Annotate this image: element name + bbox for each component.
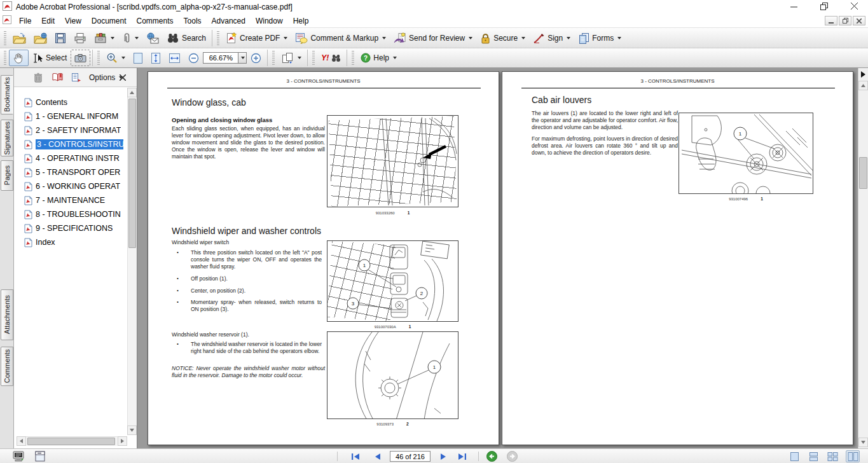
new-bookmark-button[interactable]	[70, 71, 83, 84]
document-area[interactable]: 3 - CONTROLS/INSTRUMENTS Window glass, c…	[137, 68, 858, 448]
toolbar-grip[interactable]	[217, 31, 219, 45]
zoom-level-input[interactable]: 66.67%	[203, 52, 238, 64]
hand-tool-button[interactable]	[9, 50, 29, 66]
save-button[interactable]	[51, 30, 70, 46]
snapshot-tool-button[interactable]	[71, 50, 90, 66]
attach-button[interactable]	[118, 30, 142, 46]
close-panel-button[interactable]	[116, 71, 129, 84]
zoom-level-dropdown[interactable]	[238, 52, 247, 64]
menu-tools[interactable]: Tools	[179, 15, 207, 27]
toolbar-grip[interactable]	[4, 31, 6, 45]
bookmarks-scrollbar-vertical[interactable]	[127, 88, 137, 435]
bookmark-controls-instruments[interactable]: 3 - CONTROLS/INSTRU	[24, 138, 123, 151]
doc-close-button[interactable]	[853, 16, 865, 25]
doc-minimize-button[interactable]	[825, 16, 837, 25]
minimize-button[interactable]	[784, 1, 803, 12]
bookmark-working-operations[interactable]: 6 - WORKING OPERAT	[24, 180, 120, 193]
open-button[interactable]	[9, 30, 30, 46]
yahoo-search-button[interactable]: Y!	[317, 50, 345, 66]
tab-signatures[interactable]: Signatures	[1, 120, 13, 156]
forms-button[interactable]: Forms	[574, 30, 625, 46]
scroll-up-arrow[interactable]	[858, 81, 868, 90]
single-page-layout-button[interactable]	[787, 450, 801, 462]
toolbar-grip[interactable]	[97, 51, 100, 65]
page-number-input[interactable]: 46 of 216	[390, 451, 431, 462]
tab-comments[interactable]: Comments	[1, 347, 13, 386]
select-tool-button[interactable]: Select	[29, 50, 71, 66]
open-web-button[interactable]	[30, 30, 51, 46]
expand-current-bookmark-button[interactable]	[51, 71, 64, 84]
last-page-button[interactable]	[455, 450, 469, 462]
zoom-out-button[interactable]	[184, 50, 203, 66]
create-pdf-dropdown[interactable]	[284, 37, 287, 39]
toolbar-grip[interactable]	[272, 51, 275, 65]
create-pdf-button[interactable]: Create PDF	[222, 30, 291, 46]
previous-page-button[interactable]	[370, 450, 384, 462]
email-button[interactable]	[142, 30, 163, 46]
bookmark-transport-operations[interactable]: 5 - TRANSPORT OPER	[24, 166, 120, 179]
fit-height-button[interactable]	[147, 50, 165, 66]
organizer-button[interactable]	[90, 30, 118, 46]
fit-page-button[interactable]	[129, 50, 147, 66]
scroll-down-arrow[interactable]	[858, 438, 868, 447]
toolbar-grip[interactable]	[312, 51, 315, 65]
menu-view[interactable]: View	[60, 15, 86, 27]
forms-dropdown[interactable]	[617, 37, 621, 39]
zoom-tool-dropdown[interactable]	[121, 57, 125, 59]
bookmark-troubleshooting[interactable]: 8 - TROUBLESHOOTIN	[24, 208, 121, 221]
attach-dropdown[interactable]	[135, 37, 139, 39]
bookmark-general-information[interactable]: 1 - GENERAL INFORM	[24, 110, 118, 123]
hide-pane-button[interactable]	[858, 69, 867, 79]
restore-button[interactable]	[815, 1, 834, 12]
scroll-right-arrow[interactable]	[118, 436, 127, 446]
organizer-dropdown[interactable]	[111, 37, 114, 39]
bookmark-contents[interactable]: Contents	[24, 96, 67, 109]
sign-button[interactable]: Sign	[529, 30, 574, 46]
scroll-down-arrow[interactable]	[127, 425, 137, 435]
toolbar-grip[interactable]	[4, 51, 6, 65]
tab-pages[interactable]: Pages	[1, 160, 13, 191]
search-button[interactable]: Search	[163, 30, 210, 46]
scroll-up-arrow[interactable]	[127, 88, 137, 97]
bookmarks-scrollbar-horizontal[interactable]	[17, 436, 127, 446]
menu-comments[interactable]: Comments	[132, 15, 179, 27]
menu-edit[interactable]: Edit	[36, 15, 60, 27]
comment-markup-button[interactable]: Comment & Markup	[291, 30, 390, 46]
scrollbar-thumb[interactable]	[128, 99, 136, 248]
scroll-left-arrow[interactable]	[17, 436, 26, 446]
zoom-in-button[interactable]	[247, 50, 265, 66]
send-review-dropdown[interactable]	[469, 37, 472, 39]
sign-dropdown[interactable]	[567, 37, 570, 39]
print-button[interactable]	[70, 30, 90, 46]
document-scrollbar[interactable]	[858, 68, 868, 448]
page-display-button[interactable]	[277, 50, 305, 66]
next-view-button[interactable]	[505, 450, 519, 462]
menu-document[interactable]: Document	[86, 15, 132, 27]
secure-button[interactable]: Secure	[476, 30, 529, 46]
first-page-button[interactable]	[348, 450, 362, 462]
menu-window[interactable]: Window	[251, 15, 288, 27]
bookmark-safety-information[interactable]: 2 - SAFETY INFORMAT	[24, 124, 121, 137]
continuous-layout-button[interactable]	[806, 450, 820, 462]
close-button[interactable]	[845, 1, 864, 12]
page-display-dropdown[interactable]	[298, 57, 301, 59]
bookmark-maintenance[interactable]: 7 - MAINTENANCE	[24, 194, 105, 207]
next-page-button[interactable]	[436, 450, 450, 462]
scrollbar-thumb[interactable]	[27, 438, 115, 445]
bookmark-index[interactable]: Index	[24, 236, 55, 249]
menu-help[interactable]: Help	[288, 15, 314, 27]
help-dropdown[interactable]	[393, 57, 397, 59]
previous-view-button[interactable]	[485, 450, 499, 462]
comment-markup-dropdown[interactable]	[382, 37, 386, 39]
help-button[interactable]: ? Help	[357, 50, 401, 66]
fullscreen-mode-button[interactable]	[11, 450, 25, 462]
scrollbar-thumb[interactable]	[859, 157, 867, 189]
menu-file[interactable]: File	[14, 15, 36, 27]
delete-bookmark-button[interactable]	[32, 71, 45, 84]
two-up-layout-button[interactable]	[846, 450, 860, 462]
doc-restore-button[interactable]	[839, 16, 851, 25]
zoom-tool-button[interactable]	[102, 50, 129, 66]
bookmark-specifications[interactable]: 9 - SPECIFICATIONS	[24, 222, 113, 235]
fit-width-button[interactable]	[165, 50, 184, 66]
tab-bookmarks[interactable]: Bookmarks	[1, 75, 13, 114]
